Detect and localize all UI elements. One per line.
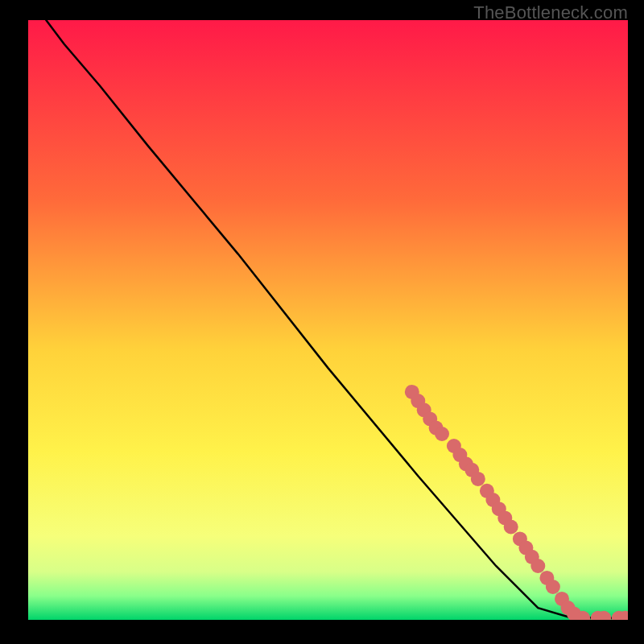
- data-point: [435, 427, 449, 441]
- plot-area: [28, 20, 628, 620]
- data-point: [546, 580, 560, 594]
- data-point: [471, 472, 485, 486]
- data-point: [504, 520, 518, 535]
- data-point: [530, 559, 545, 573]
- chart-svg: [28, 20, 628, 620]
- chart-frame: { "attribution": "TheBottleneck.com", "c…: [0, 0, 644, 644]
